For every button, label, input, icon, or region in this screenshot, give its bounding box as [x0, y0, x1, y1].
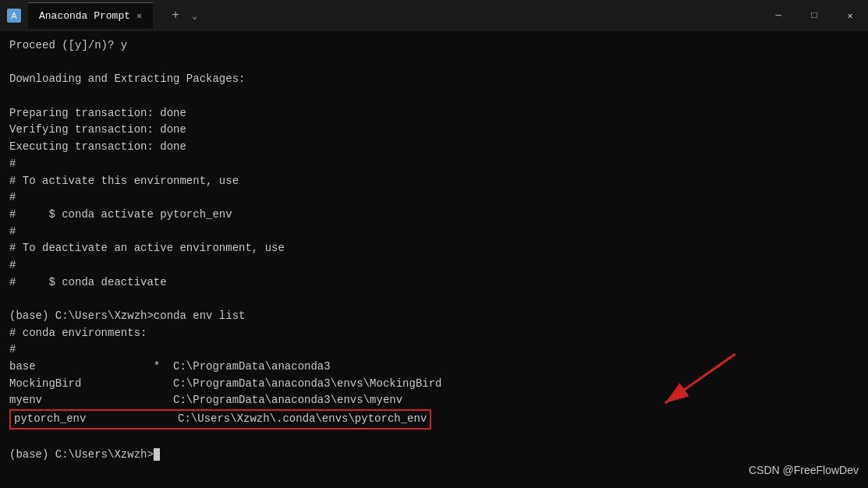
- tab-close-button[interactable]: ✕: [136, 10, 142, 22]
- line-hash3: #: [9, 225, 16, 238]
- line-base-env: base * C:\ProgramData\anaconda3: [9, 360, 331, 373]
- close-button[interactable]: ✕: [832, 0, 868, 31]
- line-proceed: Proceed ([y]/n)? y: [9, 39, 127, 51]
- line-conda-deactivate: # $ conda deactivate: [9, 276, 167, 288]
- line-activate-comment: # To activate this environment, use: [9, 175, 239, 187]
- line-preparing: Preparing transaction: done: [9, 107, 186, 119]
- window-controls: ─ □ ✕: [760, 0, 868, 31]
- line-mockingbird-env: MockingBird C:\ProgramData\anaconda3\env…: [9, 377, 442, 390]
- line-pytorch-env: pytorch_env C:\Users\Xzwzh\.conda\envs\p…: [9, 409, 431, 430]
- svg-line-3: [665, 354, 735, 403]
- line-prompt: (base) C:\Users\Xzwzh>: [9, 448, 160, 461]
- titlebar: A Anaconda Prompt ✕ + ⌄ ─ □ ✕: [0, 0, 868, 31]
- line-hash2: #: [9, 191, 16, 203]
- line-deactivate-comment: # To deactivate an active environment, u…: [9, 242, 285, 254]
- line-downloading: Downloading and Extracting Packages:: [9, 72, 245, 85]
- tab-label: Anaconda Prompt: [39, 10, 130, 22]
- line-hash1: #: [9, 157, 16, 170]
- line-verifying: Verifying transaction: done: [9, 123, 186, 136]
- line-executing: Executing transaction: done: [9, 140, 186, 153]
- minimize-button[interactable]: ─: [760, 0, 796, 31]
- titlebar-new-buttons: + ⌄: [165, 5, 202, 26]
- dropdown-button[interactable]: ⌄: [187, 7, 202, 25]
- app-icon: A: [6, 8, 22, 23]
- maximize-button[interactable]: □: [796, 0, 832, 31]
- watermark: CSDN @FreeFlowDev: [749, 462, 859, 479]
- line-conda-activate: # $ conda activate pytorch_env: [9, 208, 232, 221]
- line-myenv: myenv C:\ProgramData\anaconda3\envs\myen…: [9, 394, 402, 406]
- red-arrow-annotation: [650, 350, 743, 418]
- line-hash5: #: [9, 343, 16, 355]
- titlebar-left: A Anaconda Prompt ✕ + ⌄: [6, 2, 202, 29]
- svg-text:A: A: [11, 11, 17, 20]
- new-tab-button[interactable]: +: [165, 5, 186, 26]
- terminal-tab[interactable]: Anaconda Prompt ✕: [28, 2, 153, 29]
- terminal-window: A Anaconda Prompt ✕ + ⌄ ─ □ ✕ Proceed ([…: [0, 0, 868, 488]
- line-hash4: #: [9, 259, 16, 271]
- terminal-content[interactable]: Proceed ([y]/n)? y Downloading and Extra…: [0, 31, 868, 488]
- line-conda-envs-header: # conda environments:: [9, 327, 147, 339]
- line-env-list-cmd: (base) C:\Users\Xzwzh>conda env list: [9, 309, 245, 322]
